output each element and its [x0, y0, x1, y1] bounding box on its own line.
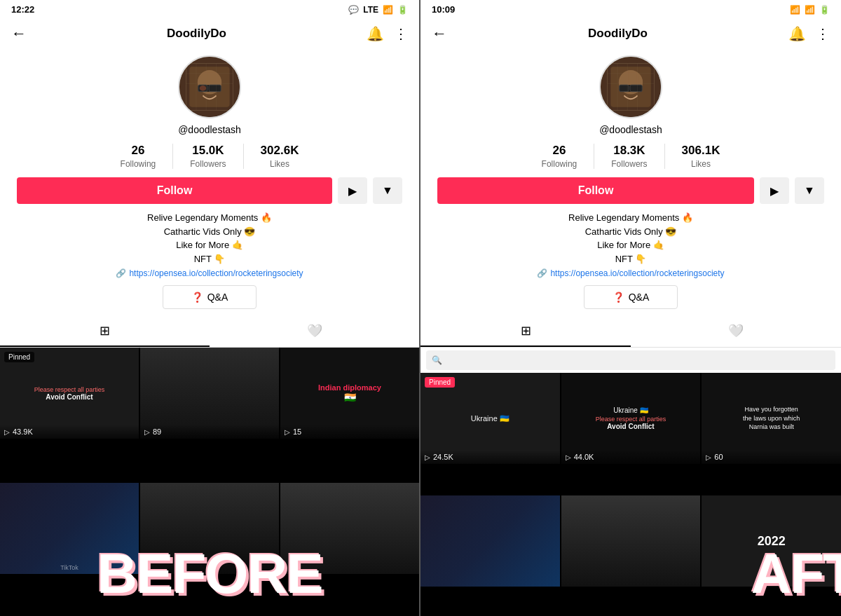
tabs-left: ⊞ 🤍 — [0, 316, 419, 348]
status-bar-right: 10:09 📶 📶 🔋 — [420, 0, 841, 19]
qa-icon-left: ❓ — [191, 292, 203, 303]
action-buttons-left: Follow ▶ ▼ — [11, 177, 408, 204]
nav-bar-right: ← DoodilyDo 🔔 ⋮ — [420, 19, 841, 48]
stat-followers-label-right: Followers — [611, 159, 647, 169]
bio-link-right[interactable]: 🔗 https://opensea.io/collection/rocketer… — [537, 268, 724, 278]
link-text-left: https://opensea.io/collection/rocketerin… — [129, 268, 303, 278]
qa-label-right: Q&A — [629, 292, 650, 303]
tab-liked-right[interactable]: 🤍 — [631, 316, 841, 347]
video-count-3-left: ▷15 — [285, 427, 415, 436]
video-cell-3-right[interactable]: Have you forgottenthe laws upon whichNar… — [702, 373, 841, 464]
video-grid-left: Pinned Please respect all parties Avoid … — [0, 348, 419, 616]
search-icon-right: 🔍 — [432, 355, 442, 365]
time-left: 12:22 — [11, 4, 34, 15]
stats-row-left: 26 Following 15.0K Followers 302.6K Like… — [11, 144, 408, 169]
signal-icon-right: 📶 — [805, 5, 815, 15]
whatsapp-icon: 💬 — [348, 5, 359, 15]
bio-link-left[interactable]: 🔗 https://opensea.io/collection/rocketer… — [116, 268, 303, 278]
video-cell-6-left[interactable] — [280, 483, 419, 574]
back-button-left[interactable]: ← — [11, 25, 27, 43]
tab-grid-right[interactable]: ⊞ — [420, 316, 631, 347]
link-text-right: https://opensea.io/collection/rocketerin… — [550, 268, 724, 278]
status-icons-left: 💬 LTE 📶 🔋 — [348, 5, 408, 15]
video-cell-3-left[interactable]: Indian diplomacy 🇮🇳 ▷15 — [280, 348, 419, 439]
dropdown-button-left[interactable]: ▼ — [373, 177, 402, 204]
stat-likes-count-left: 302.6K — [261, 144, 299, 158]
follow-button-left[interactable]: Follow — [17, 177, 332, 204]
video-cell-5-left[interactable] — [140, 483, 279, 574]
battery-icon-right: 🔋 — [819, 5, 830, 15]
video-count-1-right: ▷24.5K — [425, 453, 556, 461]
video-cell-6-right[interactable]: 2022 — [702, 495, 841, 587]
video-text-2-right: Ukraine 🇺🇦 Please respect all parties Av… — [568, 406, 694, 430]
video-overlay-3-left: ▷15 — [280, 425, 419, 439]
video-cell-1-left[interactable]: Pinned Please respect all parties Avoid … — [0, 348, 139, 439]
nav-icons-left: 🔔 ⋮ — [367, 25, 408, 42]
video-cell-1-right[interactable]: Pinned Ukraine 🇺🇦 ▷24.5K — [420, 373, 560, 464]
stat-followers-count-right: 18.3K — [613, 144, 645, 158]
stat-followers-count-left: 15.0K — [192, 144, 224, 158]
status-icons-right: 📶 📶 🔋 — [790, 5, 830, 15]
stat-following-label-right: Following — [542, 159, 577, 169]
video-count-3-right: ▷60 — [706, 453, 837, 461]
video-overlay-2-left: ▷89 — [140, 425, 279, 439]
video-count-1-left: ▷43.9K — [4, 427, 135, 436]
tiktok-logo-left: TikTok — [60, 564, 78, 571]
pinned-badge-1-left: Pinned — [4, 352, 34, 362]
after-panel: 10:09 📶 📶 🔋 ← DoodilyDo 🔔 ⋮ — [420, 0, 841, 616]
nav-title-right: DoodilyDo — [588, 27, 648, 41]
stat-likes-left: 302.6K Likes — [244, 144, 316, 169]
svg-rect-18 — [630, 85, 642, 92]
avatar-right — [599, 55, 662, 118]
stats-row-right: 26 Following 18.3K Followers 306.1K Like… — [432, 144, 830, 169]
nav-icons-right: 🔔 ⋮ — [788, 25, 830, 42]
nav-bar-left: ← DoodilyDo 🔔 ⋮ — [0, 19, 419, 48]
tabs-right: ⊞ 🤍 — [420, 316, 841, 348]
video-cell-5-right[interactable] — [561, 495, 701, 587]
video-cell-2-right[interactable]: Ukraine 🇺🇦 Please respect all parties Av… — [561, 373, 701, 464]
video-count-2-right: ▷44.0K — [566, 453, 697, 461]
stat-followers-label-left: Followers — [190, 159, 226, 169]
stat-following-count-left: 26 — [131, 144, 144, 158]
bell-icon-left[interactable]: 🔔 — [367, 25, 384, 42]
bio-left: Relive Legendary Moments 🔥 Cathartic Vid… — [136, 211, 283, 266]
youtube-button-left[interactable]: ▶ — [338, 177, 367, 204]
tab-liked-left[interactable]: 🤍 — [210, 316, 419, 347]
signal-icon: 📶 — [383, 5, 393, 15]
svg-rect-5 — [209, 85, 221, 92]
video-text-6-right: 2022 — [709, 533, 834, 548]
status-bar-left: 12:22 💬 LTE 📶 🔋 — [0, 0, 419, 19]
qa-button-left[interactable]: ❓ Q&A — [163, 285, 257, 309]
video-text-1-left: Please respect all parties Avoid Conflic… — [7, 386, 132, 401]
video-cell-4-left[interactable]: TikTok — [0, 483, 139, 574]
pinned-badge-1-right: Pinned — [425, 377, 455, 388]
more-icon-right[interactable]: ⋮ — [816, 25, 830, 42]
dropdown-button-right[interactable]: ▼ — [795, 177, 824, 204]
bio-right: Relive Legendary Moments 🔥 Cathartic Vid… — [557, 211, 704, 266]
stat-following-right: 26 Following — [525, 144, 595, 169]
tab-grid-left[interactable]: ⊞ — [0, 316, 210, 347]
network-left: LTE — [363, 5, 378, 15]
video-cell-2-left[interactable]: ▷89 — [140, 348, 279, 439]
video-overlay-3-right: ▷60 — [702, 450, 841, 464]
video-overlay-1-right: ▷24.5K — [420, 450, 560, 464]
stat-following-left: 26 Following — [104, 144, 174, 169]
qa-icon-right: ❓ — [613, 292, 624, 303]
video-cell-4-right[interactable] — [420, 495, 560, 587]
stat-likes-label-right: Likes — [691, 159, 711, 169]
back-button-right[interactable]: ← — [432, 25, 447, 43]
video-overlay-2-right: ▷44.0K — [561, 450, 701, 464]
nav-title-left: DoodilyDo — [167, 27, 226, 41]
before-panel: 12:22 💬 LTE 📶 🔋 ← DoodilyDo 🔔 ⋮ — [0, 0, 420, 616]
more-icon-left[interactable]: ⋮ — [394, 25, 408, 42]
svg-point-6 — [200, 85, 207, 91]
qa-button-right[interactable]: ❓ Q&A — [584, 285, 678, 309]
bell-icon-right[interactable]: 🔔 — [788, 25, 806, 42]
youtube-button-right[interactable]: ▶ — [760, 177, 789, 204]
profile-section-right: @doodlestash 26 Following 18.3K Follower… — [420, 48, 841, 309]
action-buttons-right: Follow ▶ ▼ — [432, 177, 830, 204]
stat-likes-right: 306.1K Likes — [665, 144, 737, 169]
video-text-1-right: Ukraine 🇺🇦 — [428, 414, 553, 423]
video-text-3-right: Have you forgottenthe laws upon whichNar… — [709, 405, 834, 432]
follow-button-right[interactable]: Follow — [437, 177, 754, 204]
